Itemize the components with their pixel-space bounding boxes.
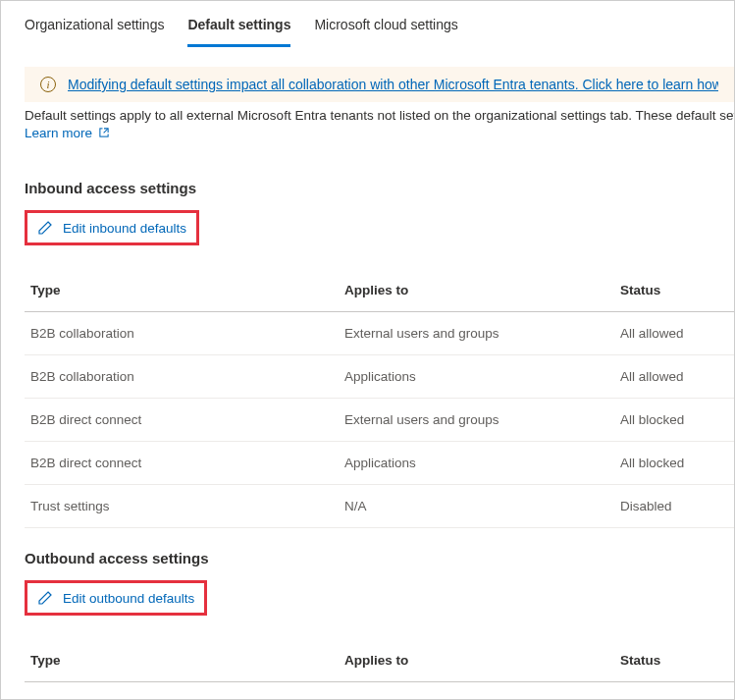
pencil-icon	[37, 590, 53, 606]
cell-type: B2B collaboration	[30, 369, 344, 384]
col-applies: Applies to	[344, 283, 620, 297]
tabs-bar: Organizational settings Default settings…	[1, 1, 734, 47]
info-banner: i Modifying default settings impact all …	[25, 67, 734, 102]
cell-applies: Users and groups	[344, 696, 620, 700]
tab-default-settings[interactable]: Default settings	[187, 17, 290, 47]
external-link-icon	[98, 127, 110, 140]
inbound-section: Inbound access settings Edit inbound def…	[25, 180, 734, 528]
col-type: Type	[30, 283, 344, 297]
tab-microsoft-cloud-settings[interactable]: Microsoft cloud settings	[314, 17, 457, 47]
learn-more-label: Learn more	[25, 126, 92, 140]
col-status: Status	[620, 653, 728, 668]
pencil-icon	[37, 220, 53, 236]
cell-type: B2B collaboration	[30, 696, 344, 700]
cell-applies: Applications	[344, 369, 620, 384]
cell-status: All blocked	[620, 412, 728, 427]
cell-type: B2B direct connect	[30, 456, 344, 470]
table-row: Trust settings N/A Disabled	[25, 485, 734, 528]
edit-outbound-defaults-button[interactable]: Edit outbound defaults	[25, 580, 207, 616]
outbound-section: Outbound access settings Edit outbound d…	[25, 550, 734, 700]
table-row: B2B direct connect Applications All bloc…	[25, 442, 734, 485]
cell-status: Disabled	[620, 499, 728, 513]
learn-more-link[interactable]: Learn more	[25, 126, 110, 140]
cell-status: All allowed	[620, 326, 728, 341]
tab-organizational-settings[interactable]: Organizational settings	[25, 17, 164, 47]
edit-inbound-label: Edit inbound defaults	[63, 221, 186, 236]
description-text: Default settings apply to all external M…	[25, 108, 734, 123]
col-type: Type	[30, 653, 344, 668]
col-applies: Applies to	[344, 653, 620, 668]
inbound-table-header: Type Applies to Status	[25, 269, 734, 312]
inbound-table: Type Applies to Status B2B collaboration…	[25, 269, 734, 528]
cell-type: B2B collaboration	[30, 326, 344, 341]
edit-outbound-label: Edit outbound defaults	[63, 591, 194, 606]
info-banner-link[interactable]: Modifying default settings impact all co…	[68, 77, 718, 92]
cell-type: B2B direct connect	[30, 412, 344, 427]
cell-applies: Applications	[344, 456, 620, 470]
table-row: B2B collaboration Applications All allow…	[25, 355, 734, 399]
outbound-table: Type Applies to Status B2B collaboration…	[25, 639, 734, 700]
cell-applies: N/A	[344, 499, 620, 513]
table-row: B2B direct connect External users and gr…	[25, 399, 734, 442]
table-row: B2B collaboration External users and gro…	[25, 312, 734, 355]
table-row: B2B collaboration Users and groups All a…	[25, 682, 734, 700]
outbound-header: Outbound access settings	[25, 550, 734, 566]
info-icon: i	[40, 77, 56, 92]
inbound-header: Inbound access settings	[25, 180, 734, 196]
outbound-table-header: Type Applies to Status	[25, 639, 734, 682]
cell-status: All blocked	[620, 456, 728, 470]
cell-status: All allowed	[620, 696, 728, 700]
cell-type: Trust settings	[30, 499, 344, 513]
edit-inbound-defaults-button[interactable]: Edit inbound defaults	[25, 210, 199, 245]
col-status: Status	[620, 283, 728, 297]
cell-status: All allowed	[620, 369, 728, 384]
cell-applies: External users and groups	[344, 326, 620, 341]
cell-applies: External users and groups	[344, 412, 620, 427]
